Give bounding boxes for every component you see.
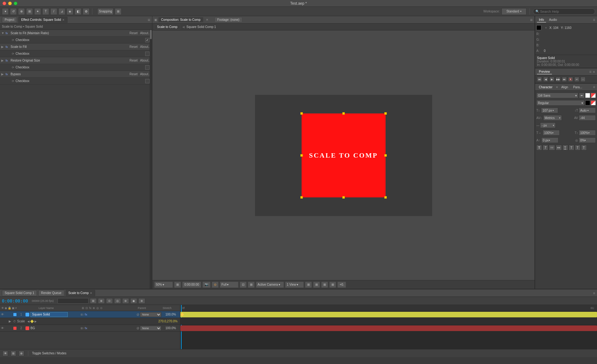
tsukimi-field[interactable]: 0% ▾ (579, 137, 596, 143)
preview-loop[interactable]: ↩ (574, 77, 579, 82)
tl-tab-3-close[interactable]: ✕ (90, 292, 92, 295)
snapping-options[interactable]: ⊞ (115, 8, 122, 15)
minimize-button[interactable] (8, 2, 12, 5)
effect-row-scale-fit[interactable]: ▼ fx Scale to Fit (Maintain Ratio) Reset… (0, 30, 152, 37)
effect-row-bypass[interactable]: ▶ fx Bypass Reset About... (0, 71, 152, 78)
tl-options[interactable]: ≡ (593, 291, 595, 295)
layer-2-color[interactable] (25, 326, 29, 330)
effect-controls-close[interactable]: ✕ (62, 18, 65, 21)
project-tab[interactable]: Project (2, 17, 17, 23)
style-btn-t-script[interactable]: T (569, 145, 574, 150)
comp-breadcrumb-scale[interactable]: Scale to Comp (154, 24, 180, 30)
expand-scale-fill[interactable]: ▶ (1, 45, 6, 48)
expand-bypass[interactable]: ▶ (1, 72, 6, 76)
quality-selector[interactable]: Full ▾ (220, 282, 238, 288)
tl-tab-renderqueue[interactable]: Render Queue (38, 290, 64, 296)
view-selector[interactable]: Active Camera ▾ (256, 282, 284, 288)
style-btn-t-under[interactable]: T (562, 145, 568, 150)
footage-tab[interactable]: Footage: (none) (215, 17, 242, 22)
composition-view[interactable]: SCALE TO COMP (152, 30, 535, 280)
workspace-selector[interactable]: Standard ▾ (502, 8, 526, 15)
info-tab[interactable]: Info (537, 17, 546, 22)
tl-tab-scaletocomp[interactable]: Scale to Comp ✕ (66, 290, 95, 296)
checkbox-4[interactable] (145, 79, 150, 83)
tl-tool-3[interactable]: ⊙ (106, 298, 113, 304)
comp-panel-options[interactable]: ≡ (530, 17, 533, 22)
expand-scale-fit[interactable]: ▼ (1, 31, 6, 35)
preview-next[interactable]: ▶▶ (556, 77, 561, 82)
brush-tool[interactable]: ⊿ (58, 8, 65, 15)
pen-tool[interactable]: / (50, 8, 57, 15)
handle-tc[interactable] (342, 112, 345, 115)
close-button[interactable] (2, 2, 6, 5)
render-btn[interactable]: ⊞ (321, 282, 328, 288)
comp-tab-main[interactable]: Composition: Scale to Comp (158, 17, 203, 22)
stroke-swatch[interactable] (585, 100, 590, 105)
handle-bc[interactable] (342, 196, 345, 199)
sub-expand-icon[interactable]: ▶ (9, 320, 13, 323)
style-btn-t-superscript[interactable]: T (575, 145, 581, 150)
expand-restore[interactable]: ▶ (1, 59, 6, 62)
size-field[interactable]: 107 px ▾ (541, 108, 558, 113)
char-close[interactable]: ✕ (556, 85, 558, 89)
preview-options[interactable]: ≡ (589, 70, 591, 74)
reset-scale-fill[interactable]: Reset (129, 45, 137, 48)
select-tool[interactable]: ▾ (2, 8, 9, 15)
tl-tab-sscomp1[interactable]: Square Solid Comp 1 (2, 290, 37, 296)
reset-scale-fit[interactable]: Reset (129, 31, 137, 35)
style-selector[interactable]: Regular ▾ (536, 100, 585, 106)
clone-tool[interactable]: ◈ (67, 8, 73, 15)
effect-row-restore[interactable]: ▶ fx Restore Original Size Reset About..… (0, 57, 152, 64)
tl-tool-2[interactable]: ⊕ (98, 298, 105, 304)
kerning-field[interactable]: -44 (579, 115, 596, 121)
tl-tool-7[interactable]: ⊛ (138, 298, 145, 304)
font-selector[interactable]: Gill Sans ▾ (536, 93, 578, 98)
color-btn[interactable]: ⊙ (212, 282, 219, 288)
v-scale-field[interactable]: 100% ▾ (579, 130, 596, 136)
style-btn-t-sub[interactable]: T (581, 145, 587, 150)
track-bar-1[interactable] (180, 312, 597, 317)
track-bar-2[interactable] (180, 325, 597, 331)
comp-tab-close[interactable]: ✕ (206, 18, 208, 21)
effect-controls-tab[interactable]: Effect Controls: Square Solid ✕ (18, 17, 67, 23)
status-btn-1[interactable]: 👁 (2, 351, 8, 356)
keyframe-stopwatch[interactable]: ⏱ (13, 320, 16, 323)
camera-btn[interactable]: 📷 (202, 282, 211, 288)
snapping-toggle[interactable]: Snapping (97, 8, 113, 15)
baseline-field[interactable]: 0 px ▾ (541, 137, 558, 143)
l2-fx[interactable]: fx (85, 327, 87, 330)
toggle-switches-label[interactable]: Toggle Switches / Modes (32, 352, 67, 355)
handle-mr[interactable] (384, 154, 387, 157)
preview-mute[interactable]: 🔇 (568, 77, 573, 82)
style-btn-tt1[interactable]: TT (549, 145, 555, 150)
audio-tab[interactable]: Audio (547, 17, 559, 22)
tl-tool-5[interactable]: ⊚ (122, 298, 129, 304)
tl-tool-1[interactable]: ⊞ (90, 298, 97, 304)
tl-timecode[interactable]: 0:00:00:00 (2, 298, 28, 303)
para-tab[interactable]: Para... (571, 85, 584, 90)
layer-1-name-input[interactable] (30, 312, 68, 317)
maximize-button[interactable] (14, 2, 17, 5)
align-tab[interactable]: Align (559, 85, 570, 90)
eraser-tool[interactable]: ◧ (75, 8, 81, 15)
3d-btn[interactable]: ⊞ (329, 282, 336, 288)
layer-2-parent-select[interactable]: None (140, 326, 161, 331)
about-bypass[interactable]: About... (140, 72, 151, 76)
checkbox-2[interactable] (145, 52, 150, 56)
reset-restore[interactable]: Reset (129, 59, 137, 62)
keyframe-next[interactable]: ▶ (35, 320, 37, 323)
camera-tool[interactable]: ⊞ (26, 8, 33, 15)
handle-tl[interactable] (300, 112, 303, 115)
preview-options-btn[interactable]: ⋯ (581, 77, 585, 82)
preview-prev[interactable]: ◀ (543, 77, 548, 82)
preview-last[interactable]: ⏭ (562, 77, 567, 82)
reset-bypass[interactable]: Reset (129, 72, 137, 76)
layer-row-1[interactable]: 👁 1 ⊞ / fx (0, 311, 180, 318)
layer-1-color[interactable] (25, 313, 29, 316)
search-input[interactable] (533, 8, 595, 15)
plus-btn[interactable]: +0. (337, 282, 346, 288)
preview-play[interactable]: ▶ (549, 77, 554, 82)
preview-first[interactable]: ⏮ (537, 77, 542, 82)
handle-bl[interactable] (300, 196, 303, 199)
puppet-tool[interactable]: ✿ (83, 8, 90, 15)
